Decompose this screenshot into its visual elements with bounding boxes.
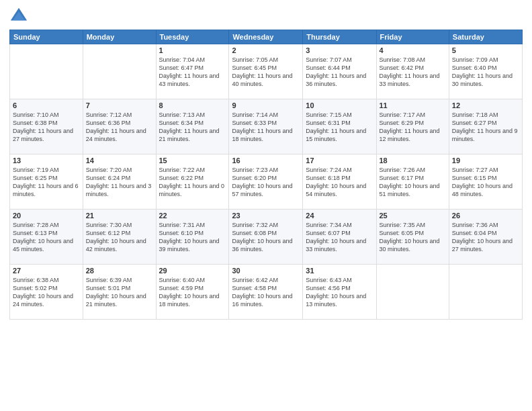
calendar-cell: 26Sunrise: 7:36 AM Sunset: 6:04 PM Dayli… (449, 210, 522, 265)
day-number: 2 (232, 46, 300, 54)
day-info: Sunrise: 7:10 AM Sunset: 6:38 PM Dayligh… (13, 111, 80, 144)
calendar-cell: 1Sunrise: 7:04 AM Sunset: 6:47 PM Daylig… (156, 44, 229, 99)
day-info: Sunrise: 7:04 AM Sunset: 6:47 PM Dayligh… (159, 56, 226, 89)
day-number: 22 (159, 212, 226, 220)
day-number: 4 (380, 46, 446, 54)
day-number: 25 (380, 212, 446, 220)
day-number: 26 (452, 212, 519, 220)
calendar-cell: 17Sunrise: 7:24 AM Sunset: 6:18 PM Dayli… (303, 154, 376, 210)
day-info: Sunrise: 7:36 AM Sunset: 6:04 PM Dayligh… (452, 221, 519, 254)
day-info: Sunrise: 7:17 AM Sunset: 6:29 PM Dayligh… (380, 111, 446, 144)
day-number: 8 (159, 101, 226, 109)
day-number: 7 (86, 101, 153, 109)
day-info: Sunrise: 7:09 AM Sunset: 6:40 PM Dayligh… (452, 56, 519, 89)
day-number: 19 (452, 156, 519, 165)
day-number: 6 (13, 101, 80, 109)
header (9, 7, 523, 26)
page-container: SundayMondayTuesdayWednesdayThursdayFrid… (0, 0, 532, 325)
day-number: 31 (306, 267, 373, 275)
day-number: 14 (86, 156, 153, 165)
calendar-cell: 30Sunrise: 6:42 AM Sunset: 4:58 PM Dayli… (229, 265, 303, 320)
day-number: 21 (86, 212, 153, 220)
calendar-week-row: 20Sunrise: 7:28 AM Sunset: 6:13 PM Dayli… (10, 210, 523, 265)
day-number: 28 (86, 267, 153, 275)
calendar-cell: 10Sunrise: 7:15 AM Sunset: 6:31 PM Dayli… (303, 99, 376, 154)
weekday-header-row: SundayMondayTuesdayWednesdayThursdayFrid… (10, 30, 523, 44)
day-info: Sunrise: 7:22 AM Sunset: 6:22 PM Dayligh… (159, 166, 226, 199)
weekday-header: Thursday (303, 30, 376, 44)
day-number: 12 (452, 101, 519, 109)
day-number: 17 (306, 156, 373, 165)
day-number: 18 (380, 156, 446, 165)
calendar-cell: 8Sunrise: 7:13 AM Sunset: 6:34 PM Daylig… (156, 99, 229, 154)
day-info: Sunrise: 6:38 AM Sunset: 5:02 PM Dayligh… (13, 276, 80, 309)
calendar-week-row: 1Sunrise: 7:04 AM Sunset: 6:47 PM Daylig… (10, 44, 523, 99)
calendar-cell: 2Sunrise: 7:05 AM Sunset: 6:45 PM Daylig… (229, 44, 303, 99)
calendar-table: SundayMondayTuesdayWednesdayThursdayFrid… (9, 30, 523, 320)
calendar-cell: 12Sunrise: 7:18 AM Sunset: 6:27 PM Dayli… (449, 99, 522, 154)
day-info: Sunrise: 6:40 AM Sunset: 4:59 PM Dayligh… (159, 276, 226, 309)
day-number: 16 (232, 156, 300, 165)
calendar-cell: 31Sunrise: 6:43 AM Sunset: 4:56 PM Dayli… (303, 265, 376, 320)
calendar-cell: 18Sunrise: 7:26 AM Sunset: 6:17 PM Dayli… (376, 154, 449, 210)
logo (9, 7, 31, 26)
day-info: Sunrise: 7:13 AM Sunset: 6:34 PM Dayligh… (159, 111, 226, 144)
calendar-cell: 15Sunrise: 7:22 AM Sunset: 6:22 PM Dayli… (156, 154, 229, 210)
day-info: Sunrise: 7:14 AM Sunset: 6:33 PM Dayligh… (232, 111, 300, 144)
calendar-cell (449, 265, 522, 320)
day-info: Sunrise: 7:08 AM Sunset: 6:42 PM Dayligh… (380, 56, 446, 89)
calendar-cell: 11Sunrise: 7:17 AM Sunset: 6:29 PM Dayli… (376, 99, 449, 154)
day-number: 20 (13, 212, 80, 220)
day-number: 1 (159, 46, 226, 54)
calendar-week-row: 6Sunrise: 7:10 AM Sunset: 6:38 PM Daylig… (10, 99, 523, 154)
day-info: Sunrise: 6:39 AM Sunset: 5:01 PM Dayligh… (86, 276, 153, 309)
day-number: 24 (306, 212, 373, 220)
day-number: 10 (306, 101, 373, 109)
calendar-cell: 25Sunrise: 7:35 AM Sunset: 6:05 PM Dayli… (376, 210, 449, 265)
day-info: Sunrise: 7:30 AM Sunset: 6:12 PM Dayligh… (86, 221, 153, 254)
day-info: Sunrise: 7:05 AM Sunset: 6:45 PM Dayligh… (232, 56, 300, 89)
day-info: Sunrise: 7:31 AM Sunset: 6:10 PM Dayligh… (159, 221, 226, 254)
calendar-cell (83, 44, 156, 99)
calendar-cell: 5Sunrise: 7:09 AM Sunset: 6:40 PM Daylig… (449, 44, 522, 99)
day-number: 27 (13, 267, 80, 275)
day-info: Sunrise: 7:32 AM Sunset: 6:08 PM Dayligh… (232, 221, 300, 254)
calendar-cell: 24Sunrise: 7:34 AM Sunset: 6:07 PM Dayli… (303, 210, 376, 265)
day-info: Sunrise: 7:20 AM Sunset: 6:24 PM Dayligh… (86, 166, 153, 199)
day-info: Sunrise: 7:34 AM Sunset: 6:07 PM Dayligh… (306, 221, 373, 254)
day-number: 23 (232, 212, 300, 220)
calendar-cell: 29Sunrise: 6:40 AM Sunset: 4:59 PM Dayli… (156, 265, 229, 320)
day-info: Sunrise: 7:23 AM Sunset: 6:20 PM Dayligh… (232, 166, 300, 199)
day-number: 9 (232, 101, 300, 109)
logo-icon (9, 7, 28, 26)
calendar-cell: 19Sunrise: 7:27 AM Sunset: 6:15 PM Dayli… (449, 154, 522, 210)
calendar-cell (376, 265, 449, 320)
weekday-header: Monday (83, 30, 156, 44)
calendar-cell: 14Sunrise: 7:20 AM Sunset: 6:24 PM Dayli… (83, 154, 156, 210)
day-info: Sunrise: 7:28 AM Sunset: 6:13 PM Dayligh… (13, 221, 80, 254)
day-info: Sunrise: 7:27 AM Sunset: 6:15 PM Dayligh… (452, 166, 519, 199)
calendar-week-row: 27Sunrise: 6:38 AM Sunset: 5:02 PM Dayli… (10, 265, 523, 320)
day-info: Sunrise: 7:07 AM Sunset: 6:44 PM Dayligh… (306, 56, 373, 89)
calendar-cell: 7Sunrise: 7:12 AM Sunset: 6:36 PM Daylig… (83, 99, 156, 154)
day-info: Sunrise: 7:24 AM Sunset: 6:18 PM Dayligh… (306, 166, 373, 199)
calendar-cell: 27Sunrise: 6:38 AM Sunset: 5:02 PM Dayli… (10, 265, 83, 320)
calendar-cell: 6Sunrise: 7:10 AM Sunset: 6:38 PM Daylig… (10, 99, 83, 154)
day-info: Sunrise: 7:26 AM Sunset: 6:17 PM Dayligh… (380, 166, 446, 199)
weekday-header: Sunday (10, 30, 83, 44)
calendar-cell: 23Sunrise: 7:32 AM Sunset: 6:08 PM Dayli… (229, 210, 303, 265)
weekday-header: Friday (376, 30, 449, 44)
day-number: 29 (159, 267, 226, 275)
day-number: 3 (306, 46, 373, 54)
calendar-cell: 13Sunrise: 7:19 AM Sunset: 6:25 PM Dayli… (10, 154, 83, 210)
day-info: Sunrise: 7:12 AM Sunset: 6:36 PM Dayligh… (86, 111, 153, 144)
day-info: Sunrise: 7:35 AM Sunset: 6:05 PM Dayligh… (380, 221, 446, 254)
day-info: Sunrise: 6:42 AM Sunset: 4:58 PM Dayligh… (232, 276, 300, 309)
calendar-cell (10, 44, 83, 99)
day-info: Sunrise: 7:15 AM Sunset: 6:31 PM Dayligh… (306, 111, 373, 144)
day-number: 15 (159, 156, 226, 165)
day-number: 11 (380, 101, 446, 109)
day-number: 30 (232, 267, 300, 275)
calendar-cell: 3Sunrise: 7:07 AM Sunset: 6:44 PM Daylig… (303, 44, 376, 99)
day-info: Sunrise: 6:43 AM Sunset: 4:56 PM Dayligh… (306, 276, 373, 309)
